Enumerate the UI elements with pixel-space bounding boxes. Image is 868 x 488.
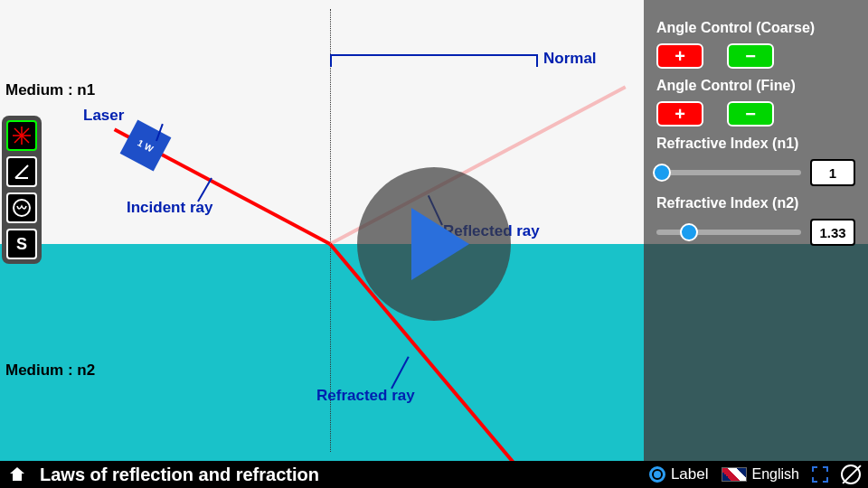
simulation-stage: Normal Medium : n1 Medium : n2 1 W Laser… xyxy=(0,0,868,488)
fine-plus-button[interactable]: + xyxy=(656,101,703,127)
play-button[interactable] xyxy=(357,167,511,321)
laser-power-label: 1 W xyxy=(137,137,156,154)
language-text: English xyxy=(752,466,799,483)
incident-label: Incident ray xyxy=(127,199,212,217)
language-selector[interactable]: English xyxy=(722,466,799,483)
n1-value[interactable]: 1 xyxy=(810,159,855,186)
control-panel: Angle Control (Coarse) + − Angle Control… xyxy=(644,0,868,461)
fullscreen-button[interactable] xyxy=(812,466,828,483)
tool-wave[interactable] xyxy=(6,192,37,223)
n2-value[interactable]: 1.33 xyxy=(810,219,855,246)
n2-slider-thumb[interactable] xyxy=(680,223,698,241)
n2-heading: Refractive Index (n2) xyxy=(656,195,855,211)
normal-label: Normal xyxy=(543,50,597,68)
coarse-plus-button[interactable]: + xyxy=(656,43,703,69)
medium1-label: Medium : n1 xyxy=(5,81,95,99)
label-toggle[interactable]: Label xyxy=(649,465,709,483)
tool-palette: S xyxy=(2,116,42,264)
angle-fine-heading: Angle Control (Fine) xyxy=(656,78,855,94)
fine-minus-button[interactable]: − xyxy=(727,101,774,127)
normal-line xyxy=(330,9,331,452)
radio-on-icon xyxy=(649,466,665,483)
asterisk-icon xyxy=(12,126,32,145)
tool-laser[interactable] xyxy=(6,120,37,151)
angle-coarse-heading: Angle Control (Coarse) xyxy=(656,20,855,36)
tool-s[interactable]: S xyxy=(6,229,37,259)
no-globe-icon[interactable] xyxy=(841,465,861,484)
n2-slider[interactable] xyxy=(656,230,801,235)
tool-angle[interactable] xyxy=(6,156,37,187)
laser-label: Laser xyxy=(83,107,124,125)
n1-slider-thumb[interactable] xyxy=(653,164,671,182)
normal-bracket xyxy=(330,54,538,67)
home-icon xyxy=(8,465,26,483)
home-button[interactable] xyxy=(7,465,27,484)
refracted-label: Refracted ray xyxy=(316,387,415,405)
n1-slider[interactable] xyxy=(656,170,801,175)
n1-heading: Refractive Index (n1) xyxy=(656,136,855,152)
svg-point-4 xyxy=(14,200,30,216)
uk-flag-icon xyxy=(722,467,747,482)
medium2-label: Medium : n2 xyxy=(5,361,95,380)
coarse-minus-button[interactable]: − xyxy=(727,43,774,69)
angle-icon xyxy=(13,163,31,181)
play-icon xyxy=(411,208,469,280)
bottom-bar: Laws of reflection and refraction Label … xyxy=(0,461,868,488)
omega-icon xyxy=(11,197,33,219)
label-toggle-text: Label xyxy=(671,465,709,483)
page-title: Laws of reflection and refraction xyxy=(40,465,637,485)
